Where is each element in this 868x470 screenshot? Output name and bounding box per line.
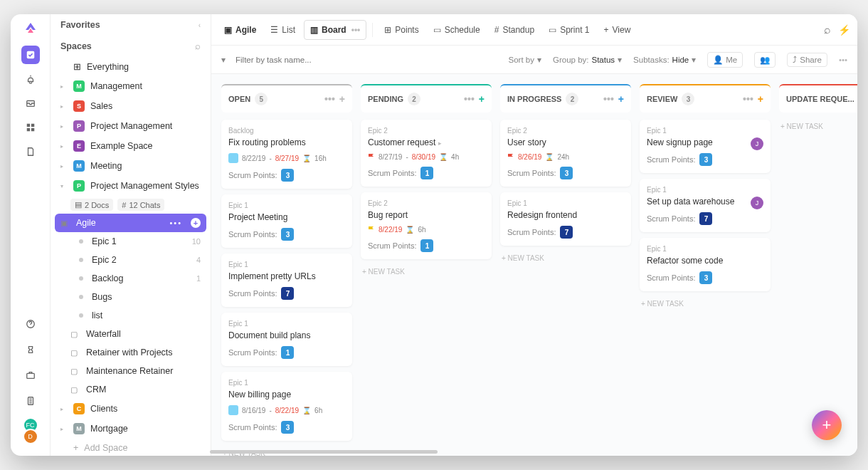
filterbar: ▾ Sort by ▾ Group by: Status ▾ Subtasks:… — [211, 46, 857, 74]
group-button[interactable]: Group by: Status ▾ — [553, 55, 622, 65]
quick-create-button[interactable]: + — [812, 410, 842, 440]
sidebar-space[interactable]: ▸MMortgage — [51, 419, 211, 439]
breadcrumb[interactable]: ▣Agile — [218, 21, 262, 39]
tag-chip — [228, 405, 238, 415]
column-more-icon[interactable]: ••• — [464, 93, 475, 105]
add-space-button[interactable]: +Add Space — [51, 439, 211, 456]
task-card[interactable]: Epic 2 User story 8/26/19⌛24h Scrum Poin… — [500, 120, 631, 187]
task-card[interactable]: Epic 1 Document build plans Scrum Points… — [221, 313, 352, 366]
new-task-button[interactable]: + NEW TASK — [500, 251, 631, 265]
rail-help-icon[interactable] — [21, 315, 40, 333]
rail-home-icon[interactable] — [21, 46, 40, 64]
assignees-button[interactable]: 👥 — [754, 52, 776, 68]
automation-icon[interactable]: ⚡ — [838, 24, 850, 36]
sidebar-list-item[interactable]: Backlog1 — [51, 269, 211, 288]
hourglass-icon: ⌛ — [302, 407, 311, 414]
search-icon[interactable]: ⌕ — [195, 41, 201, 51]
column-add-icon[interactable]: + — [479, 93, 485, 105]
filter-icon[interactable]: ▾ — [221, 55, 226, 65]
column-header[interactable]: UPDATE REQUE...0•••+ — [779, 84, 857, 113]
kanban-column: PENDING2•••+Epic 2 Customer request▸ 8/2… — [361, 84, 492, 446]
column-header[interactable]: IN PROGRESS2•••+ — [500, 84, 631, 113]
sidebar-folder-agile[interactable]: ▣ Agile ••• + — [55, 214, 206, 232]
add-view-button[interactable]: +View — [598, 21, 636, 39]
sidebar-folder[interactable]: ▢Maintenance Retainer — [51, 362, 211, 380]
sidebar-space[interactable]: ▸EExample Space — [51, 136, 211, 156]
task-card[interactable]: Epic 2 Customer request▸ 8/27/19-8/30/19… — [361, 120, 492, 187]
column-title: OPEN — [228, 95, 250, 103]
task-card[interactable]: Epic 1 New signup pageJ Scrum Points:3 — [640, 120, 771, 173]
column-title: UPDATE REQUE... — [786, 95, 854, 103]
task-card[interactable]: Epic 2 Bug report 8/22/19⌛6h Scrum Point… — [361, 192, 492, 259]
view-points[interactable]: ⊞Points — [379, 21, 424, 39]
view-standup[interactable]: #Standup — [489, 21, 540, 39]
sidebar-space[interactable]: ▸SSales — [51, 96, 211, 116]
sort-button[interactable]: Sort by ▾ — [509, 55, 541, 65]
column-header[interactable]: OPEN5•••+ — [221, 84, 352, 113]
sidebar-space[interactable]: ▸PProject Management — [51, 116, 211, 136]
rail-goals-icon[interactable] — [21, 340, 40, 359]
view-schedule[interactable]: ▭Schedule — [428, 21, 486, 39]
card-epic: Epic 1 — [647, 127, 763, 135]
new-task-button[interactable]: + NEW TASK — [361, 265, 492, 278]
docs-pill[interactable]: ▤ 2 Docs — [70, 199, 113, 211]
favorites-section[interactable]: Favorites‹ — [51, 14, 211, 36]
new-task-button[interactable]: + NEW TASK — [779, 120, 857, 133]
sidebar-space[interactable]: ▸CClients — [51, 399, 211, 419]
sidebar-space-expanded[interactable]: ▾PProject Management Styles — [51, 176, 211, 196]
sidebar-space[interactable]: ▸MManagement — [51, 76, 211, 96]
task-card[interactable]: Epic 1 Refactor some code Scrum Points:3 — [640, 238, 771, 291]
sidebar-everything[interactable]: ⊞Everything — [51, 57, 211, 76]
search-icon[interactable]: ⌕ — [824, 24, 831, 36]
sidebar-list-item[interactable]: list — [51, 306, 211, 325]
view-sprint[interactable]: ▭Sprint 1 — [543, 21, 595, 39]
sidebar-folder[interactable]: ▢CRM — [51, 380, 211, 399]
view-list[interactable]: ☰List — [265, 21, 301, 39]
card-title: Implement pretty URLs — [228, 271, 316, 281]
rail-notifications-icon[interactable] — [21, 70, 40, 88]
chats-pill[interactable]: # 12 Chats — [117, 199, 164, 211]
sidebar-list-item[interactable]: Epic 24 — [51, 251, 211, 269]
horizontal-scrollbar[interactable] — [210, 450, 438, 454]
share-button[interactable]: ⤴ Share — [787, 53, 827, 67]
column-more-icon[interactable]: ••• — [603, 93, 614, 105]
svg-rect-2 — [26, 124, 29, 127]
spaces-section[interactable]: Spaces⌕ — [51, 36, 211, 57]
column-add-icon[interactable]: + — [758, 93, 763, 105]
column-more-icon[interactable]: ••• — [743, 93, 753, 105]
card-title: Set up data warehouse — [647, 197, 734, 207]
sidebar-list-item[interactable]: Bugs — [51, 288, 211, 306]
column-add-icon[interactable]: + — [618, 93, 624, 105]
task-card[interactable]: Epic 1 Project Meeting Scrum Points:3 — [221, 194, 352, 248]
scrum-points-label: Scrum Points: — [647, 155, 695, 164]
column-header[interactable]: PENDING2•••+ — [361, 84, 492, 113]
rail-briefcase-icon[interactable] — [21, 366, 40, 385]
calendar-icon: ▭ — [433, 25, 441, 35]
sidebar-folder[interactable]: ▢Waterfall — [51, 325, 211, 343]
view-board[interactable]: ▥Board••• — [304, 20, 366, 40]
add-icon[interactable]: + — [191, 218, 201, 228]
rail-avatars[interactable]: FC D — [23, 417, 38, 444]
new-task-button[interactable]: + NEW TASK — [640, 297, 771, 310]
sidebar-folder[interactable]: ▢Retainer with Projects — [51, 343, 211, 362]
subtasks-button[interactable]: Subtasks: Hide ▾ — [633, 55, 696, 65]
sprint-icon: ▭ — [549, 25, 556, 35]
column-add-icon[interactable]: + — [339, 93, 345, 105]
sidebar-space[interactable]: ▸MMeeting — [51, 156, 211, 176]
column-header[interactable]: REVIEW3•••+ — [640, 84, 771, 113]
task-card[interactable]: Backlog Fix routing problems 8/22/19-8/2… — [221, 120, 352, 189]
app-logo[interactable] — [23, 21, 38, 36]
task-card[interactable]: Epic 1 Set up data warehouseJ Scrum Poin… — [640, 179, 771, 232]
column-more-icon[interactable]: ••• — [324, 93, 335, 105]
more-icon[interactable]: ••• — [839, 56, 847, 64]
rail-dashboards-icon[interactable] — [21, 118, 40, 137]
rail-docs-icon[interactable] — [21, 142, 40, 161]
sidebar-list-item[interactable]: Epic 110 — [51, 232, 211, 251]
rail-inbox-icon[interactable] — [21, 94, 40, 113]
filter-input[interactable] — [235, 56, 340, 64]
rail-notepad-icon[interactable] — [21, 392, 40, 410]
task-card[interactable]: Epic 1 Implement pretty URLs Scrum Point… — [221, 254, 352, 307]
task-card[interactable]: Epic 1 Redesign frontend Scrum Points:7 — [500, 192, 631, 246]
me-button[interactable]: 👤 Me — [707, 52, 743, 68]
task-card[interactable]: Epic 1 New billing page 8/16/19-8/22/19⌛… — [221, 372, 352, 441]
